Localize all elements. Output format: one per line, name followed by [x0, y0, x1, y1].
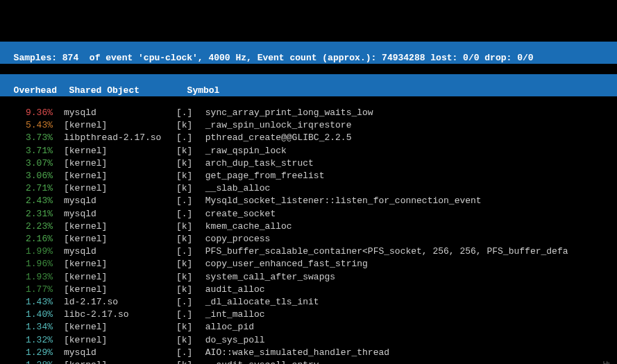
overhead-value: 1.43%	[3, 296, 53, 309]
perf-column-headers: OverheadShared ObjectSymbol	[0, 74, 617, 96]
symbol-name: pthread_create@@GLIBC_2.2.5	[200, 132, 351, 143]
shared-object-value: [kernel]	[64, 258, 176, 270]
symbol-type: [.]	[176, 347, 200, 359]
perf-row[interactable]: 1.93%[kernel][k] system_call_after_swapg…	[3, 271, 614, 284]
perf-row[interactable]: 1.40%libc-2.17.so[.] _int_malloc	[3, 309, 614, 321]
symbol-name: copy_process	[200, 234, 270, 244]
symbol-name: alloc_pid	[200, 322, 254, 332]
symbol-type: [.]	[176, 132, 200, 144]
symbol-type: [k]	[176, 170, 200, 182]
perf-row[interactable]: 9.36%mysqld[.] sync_array_print_long_wai…	[3, 107, 614, 119]
symbol-name: create_socket	[200, 209, 276, 219]
shared-object-value: [kernel]	[64, 271, 176, 284]
overhead-value: 1.40%	[3, 309, 53, 321]
perf-row[interactable]: 2.23%[kernel][k] kmem_cache_alloc	[3, 220, 614, 233]
overhead-value: 3.07%	[3, 157, 53, 170]
perf-row[interactable]: 2.71%[kernel][k] __slab_alloc	[3, 182, 614, 195]
symbol-name: PFS_buffer_scalable_container<PFS_socket…	[200, 246, 568, 257]
symbol-name: kmem_cache_alloc	[200, 221, 292, 232]
symbol-type: [k]	[176, 182, 200, 195]
perf-row[interactable]: 2.31%mysqld[.] create_socket	[3, 208, 614, 220]
col-header-symbol: Symbol	[187, 85, 220, 96]
symbol-type: [k]	[176, 334, 200, 347]
perf-rows-container: 9.36%mysqld[.] sync_array_print_long_wai…	[0, 107, 617, 364]
shared-object-value: [kernel]	[64, 233, 176, 245]
shared-object-value: mysqld	[64, 347, 176, 359]
shared-object-value: mysqld	[64, 208, 176, 220]
overhead-value: 2.43%	[3, 195, 53, 207]
shared-object-value: libpthread-2.17.so	[64, 132, 176, 144]
perf-row[interactable]: 3.06%[kernel][k] get_page_from_freelist	[3, 170, 614, 182]
perf-row[interactable]: 1.99%mysqld[.] PFS_buffer_scalable_conta…	[3, 245, 614, 258]
perf-row[interactable]: 3.73%libpthread-2.17.so[.] pthread_creat…	[3, 132, 614, 144]
symbol-name: _dl_allocate_tls_init	[200, 297, 319, 307]
shared-object-value: [kernel]	[64, 321, 176, 333]
perf-row[interactable]: 5.43%[kernel][k] _raw_spin_unlock_irqres…	[3, 119, 614, 132]
perf-row[interactable]: 1.77%[kernel][k] audit_alloc	[3, 284, 614, 296]
perf-row[interactable]: 1.32%[kernel][k] do_sys_poll	[3, 334, 614, 347]
shared-object-value: [kernel]	[64, 157, 176, 170]
overhead-value: 3.71%	[3, 145, 53, 157]
perf-header-summary: Samples: 874 of event 'cpu-clock', 4000 …	[0, 42, 617, 64]
overhead-value: 1.28%	[3, 359, 53, 364]
symbol-type: [.]	[176, 107, 200, 119]
symbol-name: __slab_alloc	[200, 183, 270, 193]
symbol-name: audit_alloc	[200, 284, 265, 295]
shared-object-value: mysqld	[64, 245, 176, 258]
symbol-type: [.]	[176, 208, 200, 220]
symbol-name: _int_malloc	[200, 309, 265, 320]
perf-row[interactable]: 1.43%ld-2.17.so[.] _dl_allocate_tls_init	[3, 296, 614, 309]
symbol-type: [k]	[176, 321, 200, 333]
symbol-type: [k]	[176, 271, 200, 284]
overhead-value: 5.43%	[3, 119, 53, 132]
overhead-value: 1.99%	[3, 245, 53, 258]
overhead-value: 9.36%	[3, 107, 53, 119]
shared-object-value: [kernel]	[64, 145, 176, 157]
symbol-type: [.]	[176, 309, 200, 321]
perf-row[interactable]: 1.96%[kernel][k] copy_user_enhanced_fast…	[3, 258, 614, 270]
symbol-name: copy_user_enhanced_fast_string	[200, 259, 368, 269]
shared-object-value: mysqld	[64, 195, 176, 207]
perf-row[interactable]: 2.16%[kernel][k] copy_process	[3, 233, 614, 245]
perf-row[interactable]: 1.28%[kernel][k] __audit_syscall_entry	[3, 359, 614, 364]
symbol-type: [.]	[176, 245, 200, 258]
overhead-value: 2.31%	[3, 208, 53, 220]
perf-row[interactable]: 2.43%mysqld[.] Mysqld_socket_listener::l…	[3, 195, 614, 207]
shared-object-value: [kernel]	[64, 182, 176, 195]
symbol-type: [k]	[176, 119, 200, 132]
symbol-type: [k]	[176, 233, 200, 245]
shared-object-value: libc-2.17.so	[64, 309, 176, 321]
overhead-value: 1.77%	[3, 284, 53, 296]
shared-object-value: [kernel]	[64, 359, 176, 364]
symbol-type: [.]	[176, 296, 200, 309]
symbol-name: system_call_after_swapgs	[200, 272, 335, 282]
symbol-name: _raw_qspin_lock	[200, 146, 287, 156]
overhead-value: 1.93%	[3, 271, 53, 284]
overhead-value: 2.23%	[3, 220, 53, 233]
perf-row[interactable]: 1.29%mysqld[.] AIO::wake_simulated_handl…	[3, 347, 614, 359]
shared-object-value: [kernel]	[64, 220, 176, 233]
col-header-overhead: Overhead	[14, 85, 69, 96]
perf-summary-text: Samples: 874 of event 'cpu-clock', 4000 …	[14, 53, 534, 63]
perf-row[interactable]: 3.71%[kernel][k] _raw_qspin_lock	[3, 145, 614, 157]
overhead-value: 3.06%	[3, 170, 53, 182]
symbol-name: get_page_from_freelist	[200, 171, 324, 181]
overhead-value: 1.34%	[3, 321, 53, 333]
overhead-value: 3.73%	[3, 132, 53, 144]
col-header-shared: Shared Object	[69, 85, 187, 96]
symbol-type: [k]	[176, 157, 200, 170]
overhead-value: 1.29%	[3, 347, 53, 359]
symbol-name: __audit_syscall_entry	[200, 360, 319, 364]
symbol-name: Mysqld_socket_listener::listen_for_conne…	[200, 196, 482, 206]
perf-row[interactable]: 1.34%[kernel][k] alloc_pid	[3, 321, 614, 333]
symbol-name: AIO::wake_simulated_handler_thread	[200, 347, 389, 358]
overhead-value: 2.16%	[3, 233, 53, 245]
symbol-name: _raw_spin_unlock_irqrestore	[200, 120, 351, 130]
symbol-name: do_sys_poll	[200, 335, 265, 345]
perf-row[interactable]: 3.07%[kernel][k] arch_dup_task_struct	[3, 157, 614, 170]
symbol-type: [k]	[176, 258, 200, 270]
symbol-type: [k]	[176, 145, 200, 157]
shared-object-value: mysqld	[64, 107, 176, 119]
symbol-name: arch_dup_task_struct	[200, 158, 314, 168]
shared-object-value: [kernel]	[64, 284, 176, 296]
